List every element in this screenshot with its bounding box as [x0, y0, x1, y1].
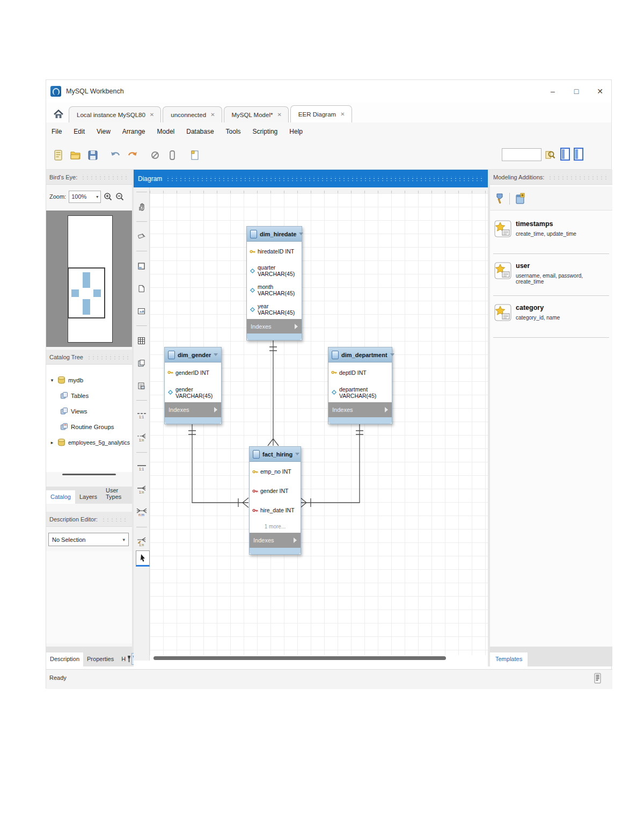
- edit-template-icon[interactable]: [494, 193, 505, 205]
- template-item-user[interactable]: user username, email, password, create_t…: [490, 259, 612, 293]
- tab-eer-diagram[interactable]: EER Diagram ✕: [290, 105, 352, 122]
- birds-eye-navigator[interactable]: [46, 211, 132, 347]
- tool-rel-ntom-identifying[interactable]: n:m: [135, 504, 149, 520]
- er-table-header[interactable]: fact_hiring: [250, 447, 301, 462]
- column-row[interactable]: emp_no INT: [250, 462, 301, 481]
- tab-local-instance[interactable]: Local instance MySQL80 ✕: [69, 106, 161, 122]
- diagram-canvas[interactable]: [150, 193, 488, 655]
- tab-user-types[interactable]: User Types: [101, 484, 132, 504]
- tool-hand-pan[interactable]: [135, 199, 149, 215]
- splitter-handle[interactable]: [62, 474, 116, 475]
- zoom-select[interactable]: 100% ▾: [69, 191, 101, 203]
- indexes-section[interactable]: Indexes: [247, 319, 302, 333]
- er-table-dim-department[interactable]: dim_department deptID INT department VAR…: [328, 347, 392, 424]
- tool-note[interactable]: [135, 280, 149, 296]
- tool-layer[interactable]: [135, 258, 149, 274]
- tool-eraser[interactable]: [135, 228, 149, 244]
- home-tab[interactable]: [48, 106, 69, 122]
- new-model-icon[interactable]: [52, 148, 65, 162]
- column-row[interactable]: genderID INT: [165, 362, 221, 382]
- minimize-button[interactable]: –: [548, 87, 558, 96]
- column-row[interactable]: gender INT: [250, 481, 301, 501]
- close-icon[interactable]: ✕: [277, 112, 281, 118]
- er-table-header[interactable]: dim_hiredate: [247, 227, 302, 242]
- redo-icon[interactable]: [126, 148, 140, 162]
- undo-icon[interactable]: [108, 148, 122, 162]
- search-icon[interactable]: [545, 149, 555, 160]
- tree-item-routine-groups[interactable]: Routine Groups: [46, 419, 132, 434]
- tree-item-views[interactable]: Views: [46, 403, 132, 419]
- new-diagram-icon[interactable]: [188, 148, 202, 162]
- tab-history-truncated[interactable]: H: [118, 652, 127, 666]
- zoom-in-icon[interactable]: [104, 192, 113, 201]
- more-columns-label[interactable]: 1 more...: [250, 520, 301, 533]
- search-input[interactable]: [502, 148, 541, 161]
- tool-select-cursor[interactable]: [136, 550, 150, 567]
- menu-tools[interactable]: Tools: [226, 128, 241, 135]
- column-row[interactable]: month VARCHAR(45): [247, 280, 302, 300]
- er-table-fact-hiring[interactable]: fact_hiring emp_no INT gender INT hire_d…: [249, 446, 301, 555]
- tool-place-table[interactable]: [135, 332, 149, 349]
- menu-view[interactable]: View: [97, 128, 111, 135]
- collapse-caret-icon[interactable]: [390, 353, 394, 356]
- close-icon[interactable]: ✕: [150, 112, 154, 118]
- tab-templates[interactable]: Templates: [490, 652, 528, 666]
- close-icon[interactable]: ✕: [210, 112, 215, 118]
- selection-dropdown[interactable]: No Selection ▾: [48, 533, 129, 546]
- add-template-icon[interactable]: [514, 193, 526, 205]
- close-button[interactable]: ✕: [595, 87, 605, 96]
- toggle-left-panel-icon[interactable]: [560, 148, 570, 161]
- expander-closed-icon[interactable]: ▸: [49, 440, 55, 445]
- tree-item-tables[interactable]: Tables: [46, 388, 132, 403]
- toggle-right-panel-icon[interactable]: [574, 148, 583, 161]
- er-table-dim-hiredate[interactable]: dim_hiredate hiredateID INT quarter VARC…: [246, 226, 302, 340]
- tool-place-view[interactable]: [135, 355, 149, 371]
- collapse-caret-icon[interactable]: [295, 453, 299, 455]
- close-icon[interactable]: ✕: [340, 111, 345, 117]
- pin-icon[interactable]: [127, 653, 131, 665]
- er-table-header[interactable]: dim_gender: [165, 347, 221, 362]
- menu-arrange[interactable]: Arrange: [122, 128, 145, 135]
- zoom-out-icon[interactable]: [115, 192, 125, 201]
- collapse-caret-icon[interactable]: [214, 353, 218, 356]
- column-row[interactable]: year VARCHAR(45): [247, 300, 302, 319]
- tab-unconnected[interactable]: unconnected ✕: [163, 106, 222, 122]
- tab-catalog[interactable]: Catalog: [46, 490, 75, 504]
- column-row[interactable]: hiredateID INT: [247, 242, 302, 261]
- tab-mysql-model[interactable]: MySQL Model* ✕: [224, 106, 289, 122]
- menu-edit[interactable]: Edit: [74, 128, 85, 135]
- menu-file[interactable]: File: [52, 128, 62, 135]
- er-table-dim-gender[interactable]: dim_gender genderID INT gender VARCHAR(4…: [164, 347, 222, 424]
- horizontal-scrollbar-thumb[interactable]: [153, 656, 446, 660]
- open-model-icon[interactable]: [69, 148, 83, 162]
- tab-layers[interactable]: Layers: [75, 490, 101, 504]
- maximize-button[interactable]: □: [572, 87, 581, 96]
- expander-open-icon[interactable]: ▾: [49, 378, 55, 383]
- column-row[interactable]: department VARCHAR(45): [328, 382, 392, 402]
- menu-model[interactable]: Model: [157, 128, 175, 135]
- indexes-section[interactable]: Indexes: [328, 402, 392, 417]
- menu-database[interactable]: Database: [186, 128, 214, 135]
- save-model-icon[interactable]: [86, 148, 100, 162]
- template-item-category[interactable]: category category_id, name: [490, 301, 612, 335]
- column-row[interactable]: deptID INT: [328, 362, 392, 382]
- tree-item-employees-schema[interactable]: ▸ employees_5g_analytics: [46, 434, 132, 450]
- indexes-section[interactable]: Indexes: [165, 402, 221, 417]
- tab-description[interactable]: Description: [46, 652, 83, 666]
- tool-place-routine-group[interactable]: [135, 378, 149, 394]
- menu-help[interactable]: Help: [289, 128, 303, 135]
- er-table-header[interactable]: dim_department: [328, 347, 392, 362]
- tool-rel-1ton-identifying[interactable]: 1:n: [135, 482, 149, 498]
- collapse-caret-icon[interactable]: [299, 233, 303, 235]
- delete-icon[interactable]: [148, 148, 162, 162]
- tool-image[interactable]: [135, 303, 149, 319]
- column-row[interactable]: quarter VARCHAR(45): [247, 261, 302, 280]
- tool-rel-1to1-identifying[interactable]: 1:1: [135, 459, 149, 475]
- indexes-section[interactable]: Indexes: [250, 533, 301, 548]
- tab-properties[interactable]: Properties: [83, 652, 118, 666]
- tool-rel-existing-columns[interactable]: 1:n: [135, 534, 149, 550]
- template-item-timestamps[interactable]: timestamps create_time, update_time: [490, 217, 612, 251]
- tool-rel-1to1-nonidentifying[interactable]: 1:1: [135, 407, 149, 423]
- column-row[interactable]: hire_date INT: [250, 501, 301, 520]
- menu-scripting[interactable]: Scripting: [253, 128, 278, 135]
